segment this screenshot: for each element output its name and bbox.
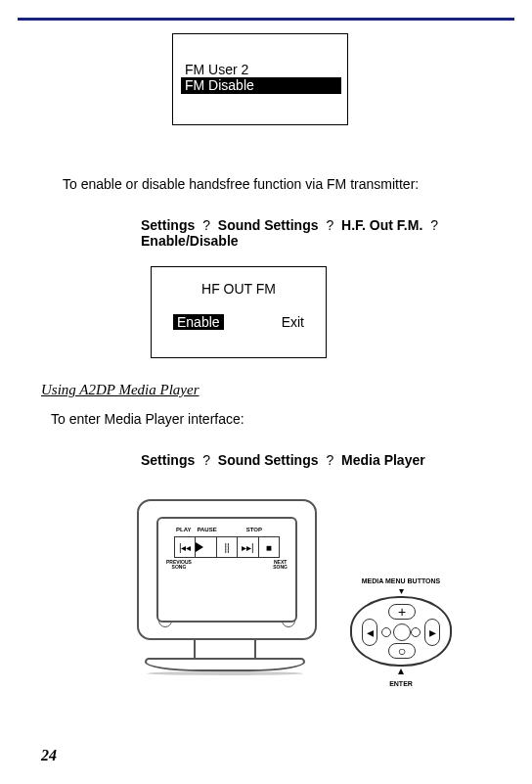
nav2-sep1: ? — [199, 452, 214, 468]
nav2-sound: Sound Settings — [218, 452, 319, 468]
arrow-down-icon: ▾ — [332, 586, 469, 596]
hf-out-fm-box: HF OUT FM Enable Exit — [151, 266, 327, 358]
nav-path-1: Settings ? Sound Settings ? H.F. Out F.M… — [141, 217, 493, 249]
remote-enter-button — [393, 623, 411, 641]
nav1-enable: Enable/Disable — [141, 233, 239, 249]
remote-right-button: ▸ — [424, 619, 440, 646]
label-prev-2: SONG — [172, 564, 187, 570]
remote-small-2 — [411, 627, 421, 637]
monitor-screen: PLAY PAUSE STOP |◂◂ || ▸▸| ■ PREVIOUS SO… — [156, 517, 297, 623]
nav1-settings: Settings — [141, 217, 195, 233]
monitor-shadow — [147, 671, 303, 675]
play-button — [196, 537, 216, 557]
pause-button: || — [217, 537, 238, 557]
remote-label-bot: ENTER — [332, 680, 469, 687]
section-heading: Using A2DP Media Player — [41, 382, 200, 398]
nav1-sep2: ? — [322, 217, 337, 233]
stop-button: ■ — [259, 537, 279, 557]
remote-left-button: ◂ — [362, 619, 377, 646]
monitor-illustration: PLAY PAUSE STOP |◂◂ || ▸▸| ■ PREVIOUS SO… — [137, 499, 313, 675]
hf-enable-selected: Enable — [173, 314, 224, 330]
remote-illustration: MEDIA MENU BUTTONS ▾ + ○ ◂ ▸ ▴ ENTER — [332, 577, 469, 687]
remote-body: + ○ ◂ ▸ — [350, 596, 452, 667]
intro-paragraph-1: To enable or disable handsfree function … — [63, 176, 493, 192]
hf-title: HF OUT FM — [152, 267, 326, 297]
page-number: 24 — [41, 747, 57, 764]
monitor-base — [145, 658, 305, 671]
nav-path-2: Settings ? Sound Settings ? Media Player — [141, 452, 425, 468]
hf-exit: Exit — [282, 314, 304, 330]
remote-label-top: MEDIA MENU BUTTONS — [332, 577, 469, 584]
label-play: PLAY — [176, 527, 191, 532]
monitor-stand — [194, 640, 256, 658]
next-song-button: ▸▸| — [238, 537, 258, 557]
fm-user-line: FM User 2 — [173, 34, 347, 77]
nav1-sound: Sound Settings — [218, 217, 319, 233]
remote-up-button: + — [388, 604, 416, 620]
nav1-sep3: ? — [426, 217, 442, 233]
label-prev-song: PREVIOUS SONG — [166, 560, 192, 570]
top-divider — [18, 18, 514, 21]
label-pause: PAUSE — [197, 527, 216, 532]
nav2-sep2: ? — [322, 452, 337, 468]
fm-disable-selected: FM Disable — [181, 77, 341, 94]
play-icon — [196, 542, 215, 552]
label-stop: STOP — [246, 527, 262, 532]
remote-small-1 — [381, 627, 391, 637]
intro-paragraph-2: To enter Media Player interface: — [51, 411, 244, 427]
remote-down-button: ○ — [388, 643, 416, 659]
label-next-song: NEXT SONG — [273, 560, 288, 570]
nav2-settings: Settings — [141, 452, 195, 468]
nav1-sep1: ? — [199, 217, 214, 233]
prev-song-button: |◂◂ — [175, 537, 196, 557]
label-next-2: SONG — [273, 564, 288, 570]
fm-user-box: FM User 2 FM Disable — [172, 33, 348, 125]
nav1-hfout: H.F. Out F.M. — [341, 217, 422, 233]
nav2-media: Media Player — [341, 452, 425, 468]
player-controls: |◂◂ || ▸▸| ■ — [174, 536, 280, 558]
